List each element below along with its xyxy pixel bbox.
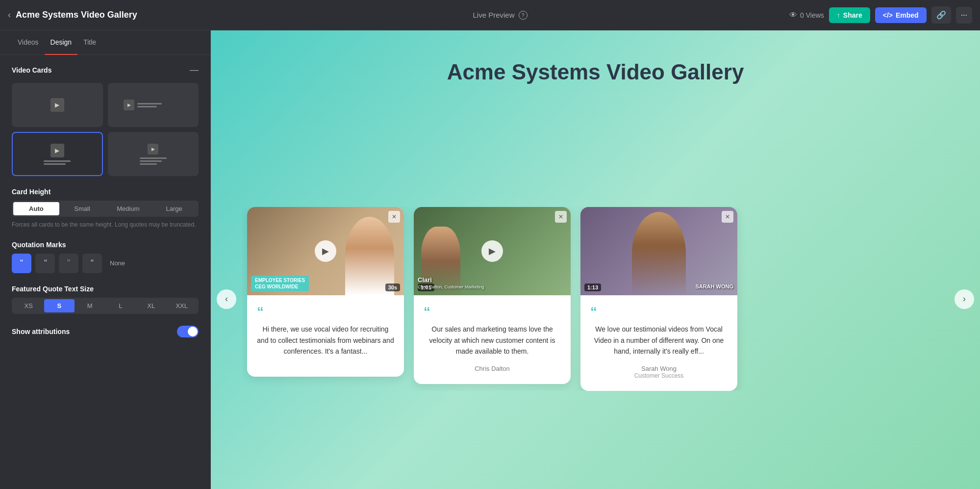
quotation-marks-title: Quotation Marks: [12, 241, 199, 249]
play-overlay-2: ▶: [414, 207, 571, 295]
toggle-knob: [188, 327, 198, 336]
card-height-title: Card Height: [12, 188, 199, 196]
topbar-right: 👁 0 Views ↑ Share </> Embed 🔗 ···: [789, 6, 980, 24]
play-icon-option-4: ▶: [148, 144, 158, 154]
share-button[interactable]: ↑ Share: [829, 7, 870, 23]
carousel-wrapper: ‹ ▶ ✕ EMPLOYEE STORIESCEG Worldwide: [211, 109, 980, 489]
tab-videos[interactable]: Videos: [12, 30, 45, 55]
sidebar: Videos Design Title Video Cards — ▶ ▶: [0, 30, 211, 489]
topbar-left: ‹ Acme Systems Video Gallery: [0, 10, 211, 20]
link-button[interactable]: 🔗: [931, 6, 951, 24]
person-badge-3: SARAH WONG: [695, 283, 733, 289]
show-attributions-section: Show attributions: [12, 326, 199, 337]
link-icon: 🔗: [936, 11, 946, 19]
more-icon: ···: [961, 11, 967, 19]
preview-area: Acme Systems Video Gallery ‹ ▶ ✕: [211, 30, 980, 489]
size-m[interactable]: M: [75, 299, 105, 312]
play-icon-1[interactable]: ▶: [315, 240, 336, 262]
card-height-medium[interactable]: Medium: [105, 202, 151, 215]
card-height-large[interactable]: Large: [151, 202, 197, 215]
text-lines-option-2: [137, 103, 162, 107]
close-icon-2[interactable]: ✕: [555, 211, 567, 223]
duration-1: 30s: [385, 283, 400, 291]
play-icon-2[interactable]: ▶: [481, 240, 503, 262]
tab-title[interactable]: Title: [77, 30, 102, 55]
card-attribution-2: Chris Dalton: [424, 365, 561, 372]
carousel-cards: ▶ ✕ EMPLOYEE STORIESCEG Worldwide 30s “ …: [242, 207, 949, 390]
quotation-section: Quotation Marks “ “ ” “ None: [12, 241, 199, 273]
quote-mark-1: “: [257, 305, 394, 319]
video-cards-header: Video Cards —: [12, 65, 199, 75]
close-icon-1[interactable]: ✕: [388, 211, 400, 223]
video-card-3: ✕ 1:13 SARAH WONG “ We love our testimon…: [580, 207, 737, 390]
close-icon-3[interactable]: ✕: [722, 211, 733, 223]
size-s[interactable]: S: [44, 299, 75, 312]
more-button[interactable]: ···: [956, 7, 972, 24]
card-option-4[interactable]: ▶: [108, 132, 199, 176]
card-body-3: “ We love our testimonial videos from Vo…: [580, 295, 737, 390]
quote-btn-2[interactable]: “: [35, 254, 55, 273]
quote-btn-3[interactable]: ”: [59, 254, 78, 273]
card-height-btn-group: Auto Small Medium Large: [12, 201, 199, 217]
text-lines-option-4: [140, 157, 167, 165]
size-xs[interactable]: XS: [13, 299, 44, 312]
eye-icon: 👁: [789, 11, 797, 20]
gallery-title: Acme Systems Video Gallery: [447, 60, 744, 84]
views-badge: 👁 0 Views: [789, 11, 824, 20]
video-thumb-3[interactable]: ✕ 1:13 SARAH WONG: [580, 207, 737, 295]
quote-btn-1[interactable]: “: [12, 254, 31, 273]
embed-label: Embed: [896, 11, 919, 19]
person-badge-2: Clari: [418, 276, 432, 283]
sidebar-content: Video Cards — ▶ ▶: [0, 55, 210, 489]
card-option-3[interactable]: ▶: [12, 132, 103, 176]
attrib-name-2: Chris Dalton: [424, 365, 561, 372]
card-attribution-3: Sarah Wong Customer Success: [590, 365, 728, 379]
share-icon: ↑: [837, 11, 840, 19]
quote-mark-3: “: [590, 305, 728, 319]
text-size-section: Featured Quote Text Size XS S M L XL XXL: [12, 285, 199, 314]
video-card-2: ▶ ✕ 1:01 Clari Chris Dalton, Customer Ma…: [414, 207, 571, 384]
page-title: Acme Systems Video Gallery: [16, 10, 137, 20]
attrib-role-3: Customer Success: [590, 372, 728, 379]
person-sub-badge-2: Chris Dalton, Customer Marketing: [418, 284, 484, 289]
topbar-center: Live Preview ?: [211, 11, 789, 20]
size-xl[interactable]: XL: [136, 299, 167, 312]
duration-3: 1:13: [584, 283, 601, 291]
tab-design[interactable]: Design: [45, 30, 78, 55]
play-icon-option-3: ▶: [50, 144, 64, 157]
card-option-1[interactable]: ▶: [12, 83, 103, 127]
views-count: 0 Views: [800, 11, 824, 19]
attributions-toggle[interactable]: [177, 326, 199, 337]
size-xxl[interactable]: XXL: [167, 299, 198, 312]
card-option-2[interactable]: ▶: [108, 83, 199, 127]
live-preview-label: Live Preview: [473, 11, 514, 19]
video-cards-title: Video Cards: [12, 66, 51, 74]
back-icon[interactable]: ‹: [8, 10, 11, 20]
embed-code-icon: </>: [883, 11, 893, 19]
quote-btn-none[interactable]: None: [106, 256, 129, 271]
collapse-icon[interactable]: —: [190, 65, 199, 75]
quote-btn-4[interactable]: “: [82, 254, 102, 273]
card-height-small[interactable]: Small: [59, 202, 105, 215]
video-thumb-1[interactable]: ▶ ✕ EMPLOYEE STORIESCEG Worldwide 30s: [247, 207, 404, 295]
show-attributions-label: Show attributions: [12, 328, 70, 335]
card-quote-3: We love our testimonial videos from Voca…: [590, 324, 728, 357]
size-l[interactable]: L: [105, 299, 136, 312]
card-quote-1: Hi there, we use vocal video for recruit…: [257, 324, 394, 357]
card-height-auto[interactable]: Auto: [13, 202, 59, 215]
play-overlay-3: [580, 207, 737, 295]
play-icon-option-1: ▶: [50, 98, 64, 112]
embed-button[interactable]: </> Embed: [875, 7, 927, 23]
card-options-grid: ▶ ▶: [12, 83, 199, 176]
tab-bar: Videos Design Title: [0, 30, 210, 55]
card-height-section: Card Height Auto Small Medium Large Forc…: [12, 188, 199, 229]
card-height-helper: Forces all cards to be the same height. …: [12, 221, 199, 229]
attrib-name-3: Sarah Wong: [590, 365, 728, 372]
text-size-title: Featured Quote Text Size: [12, 285, 199, 293]
quote-options: “ “ ” “ None: [12, 254, 199, 273]
card-body-2: “ Our sales and marketing teams love the…: [414, 295, 571, 384]
carousel-prev-button[interactable]: ‹: [217, 289, 236, 309]
carousel-next-button[interactable]: ›: [955, 289, 974, 309]
video-thumb-2[interactable]: ▶ ✕ 1:01 Clari Chris Dalton, Customer Ma…: [414, 207, 571, 295]
help-icon[interactable]: ?: [519, 11, 528, 20]
